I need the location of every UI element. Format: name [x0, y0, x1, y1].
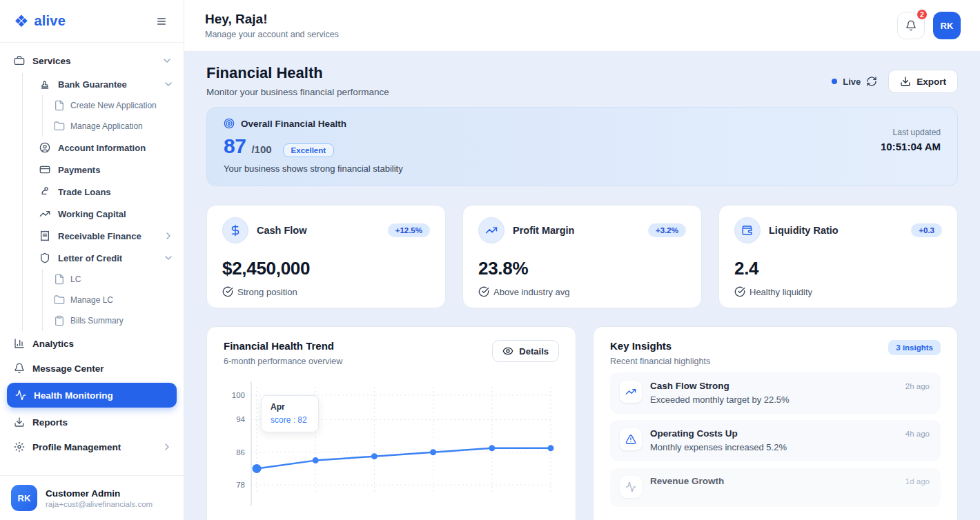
file-icon: [54, 100, 65, 111]
metric-card-liquidity-ratio[interactable]: Liquidity Ratio +0.3 2.4 Healthy liquidi…: [718, 205, 958, 308]
check-circle-icon: [734, 286, 745, 297]
app-logo[interactable]: ❖ alive: [14, 13, 66, 30]
refresh-icon[interactable]: [866, 76, 877, 87]
sidebar-item-manage-lc[interactable]: Manage LC: [43, 290, 184, 310]
trending-up-icon: [478, 217, 504, 243]
details-button[interactable]: Details: [492, 340, 559, 362]
sidebar-item-bank-guarantee[interactable]: Bank Guarantee: [23, 73, 184, 95]
export-button[interactable]: Export: [888, 70, 958, 93]
sidebar-nav: Services Bank Guarantee Create New Appli…: [0, 43, 184, 475]
overall-title: Overall Financial Health: [241, 119, 346, 129]
greeting-subtitle: Manage your account and services: [205, 30, 339, 39]
main-content: Financial Health Monitor your business f…: [184, 52, 980, 520]
chevron-down-icon: [163, 252, 174, 263]
sidebar-item-bills-summary[interactable]: Bills Summary: [43, 310, 184, 331]
chart-tooltip: Apr score : 82: [261, 395, 319, 432]
profile-avatar-button[interactable]: RK: [933, 12, 961, 39]
briefcase-icon: [14, 55, 25, 66]
health-score-badge: Excellent: [283, 143, 335, 157]
sidebar-item-payments[interactable]: Payments: [23, 159, 184, 181]
insights-count-badge: 3 insights: [888, 340, 941, 355]
credit-card-icon: [39, 164, 50, 175]
trending-up-icon: [39, 208, 50, 219]
live-label: Live: [843, 77, 861, 87]
greeting-title: Hey, Raja!: [205, 12, 339, 27]
wallet-icon: [734, 217, 761, 243]
services-group: Bank Guarantee Create New Application Ma…: [22, 73, 184, 331]
insight-row-revenue-growth[interactable]: Revenue Growth 1d ago: [610, 468, 941, 507]
sidebar-item-account-information[interactable]: Account Information: [23, 137, 184, 159]
trend-subtitle: 6-month performance overview: [224, 357, 342, 366]
alert-triangle-icon: [620, 428, 642, 450]
trend-title: Financial Health Trend: [224, 340, 342, 352]
activity-icon: [620, 476, 642, 498]
sidebar-logo-row: ❖ alive: [0, 0, 184, 43]
sidebar-item-health-monitoring[interactable]: Health Monitoring: [7, 383, 177, 408]
trend-chart[interactable]: 100948678 Apr score : 82: [224, 377, 559, 515]
chevron-down-icon: [161, 55, 173, 66]
notifications-button[interactable]: 2: [897, 12, 925, 39]
receipt-icon: [39, 230, 50, 241]
sidebar-item-services[interactable]: Services: [0, 48, 184, 73]
change-badge: +0.3: [911, 223, 942, 237]
clipboard-icon: [54, 315, 65, 326]
insight-time: 4h ago: [905, 430, 930, 438]
letter-of-credit-group: LC Manage LC Bills Summary: [42, 269, 184, 331]
sidebar-item-trade-loans[interactable]: Trade Loans: [23, 181, 184, 203]
insight-row-cash-flow-strong[interactable]: Cash Flow Strong 2h ago Exceeded monthly…: [610, 372, 941, 414]
sidebar-item-working-capital[interactable]: Working Capital: [23, 203, 184, 225]
metric-card-cash-flow[interactable]: Cash Flow +12.5% $2,450,000 Strong posit…: [206, 205, 446, 308]
sidebar-item-message-center[interactable]: Message Center: [0, 356, 184, 381]
page-subtitle: Monitor your business financial performa…: [206, 87, 389, 97]
insight-time: 1d ago: [905, 477, 930, 486]
live-indicator[interactable]: Live: [832, 76, 877, 87]
insights-panel: Key Insights Recent financial highlights…: [593, 326, 958, 520]
sidebar-item-create-new-application[interactable]: Create New Application: [43, 95, 184, 116]
eye-icon: [502, 346, 513, 357]
sidebar-user-card[interactable]: RK Customer Admin raja+cust@alivefinanci…: [0, 475, 184, 520]
insights-subtitle: Recent financial highlights: [610, 357, 710, 366]
sidebar: ❖ alive Services Bank Guarantee Create N…: [0, 0, 184, 520]
last-updated-time: 10:51:04 AM: [881, 141, 941, 152]
menu-icon: [156, 16, 167, 27]
file-icon: [54, 274, 65, 285]
trend-panel: Financial Health Trend 6-month performan…: [206, 326, 576, 520]
overall-health-card: Overall Financial Health 87 /100 Excelle…: [206, 107, 958, 186]
sidebar-toggle-button[interactable]: [153, 13, 170, 30]
app-name: alive: [35, 13, 66, 29]
target-icon: [224, 118, 235, 129]
user-email: raja+cust@alivefinancials.com: [46, 500, 153, 508]
sidebar-item-lc[interactable]: LC: [43, 269, 184, 290]
insight-time: 2h ago: [905, 382, 930, 390]
change-badge: +3.2%: [648, 223, 686, 237]
dollar-icon: [222, 217, 248, 243]
download-icon: [14, 417, 25, 428]
page-title: Financial Health: [206, 64, 389, 82]
check-circle-icon: [478, 286, 489, 297]
insight-row-operating-costs-up[interactable]: Operating Costs Up 4h ago Monthly expens…: [610, 420, 941, 461]
sidebar-item-profile-management[interactable]: Profile Management: [0, 434, 184, 459]
health-score: 87: [224, 134, 246, 158]
trending-up-icon: [620, 381, 642, 403]
overall-description: Your business shows strong financial sta…: [224, 163, 403, 174]
metric-card-profit-margin[interactable]: Profit Margin +3.2% 23.8% Above industry…: [462, 205, 702, 308]
sidebar-item-reports[interactable]: Reports: [0, 410, 184, 434]
sidebar-item-letter-of-credit[interactable]: Letter of Credit: [23, 247, 184, 269]
bell-icon: [14, 363, 25, 374]
folder-icon: [54, 294, 65, 306]
live-dot-icon: [832, 79, 837, 84]
sidebar-item-manage-application[interactable]: Manage Application: [43, 116, 184, 137]
chevron-right-icon: [161, 441, 173, 452]
user-avatar: RK: [11, 485, 37, 511]
user-circle-icon: [39, 142, 50, 153]
chevron-down-icon: [163, 79, 174, 90]
svg-text:94: 94: [236, 415, 245, 423]
metrics-row: Cash Flow +12.5% $2,450,000 Strong posit…: [206, 205, 958, 308]
svg-text:86: 86: [236, 448, 245, 457]
sidebar-item-analytics[interactable]: Analytics: [0, 331, 184, 356]
user-name: Customer Admin: [46, 488, 153, 499]
folder-icon: [54, 121, 65, 132]
topbar: Hey, Raja! Manage your account and servi…: [184, 0, 980, 52]
sidebar-item-receivable-finance[interactable]: Receivable Finance: [23, 225, 184, 247]
health-score-max: /100: [251, 143, 271, 155]
